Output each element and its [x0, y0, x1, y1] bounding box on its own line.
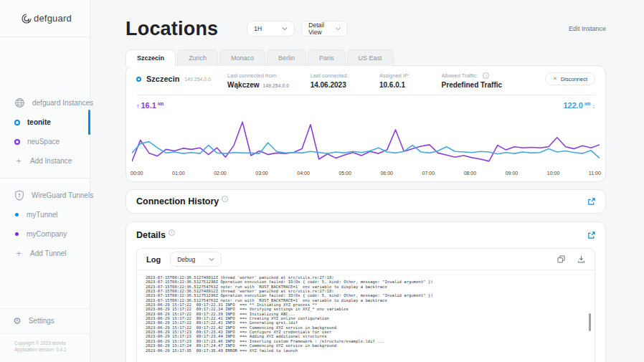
x-tick-label: 11:00 — [589, 171, 601, 176]
line-chart — [132, 117, 600, 168]
log-level-select[interactable]: Debug — [170, 252, 222, 267]
log-title: Log — [146, 255, 161, 264]
app-logo: defguard — [0, 0, 90, 37]
info-icon[interactable]: i — [169, 229, 175, 236]
allowed-traffic-block: Allowed Traffic: i Predefined Traffic — [442, 72, 545, 89]
page-header: Locations 1H Detail View Edit Instance — [126, 17, 606, 40]
disconnect-button[interactable]: ✕ Disconnect — [545, 72, 595, 85]
section-title: Details — [136, 230, 166, 240]
upload-unit: MB — [158, 102, 164, 106]
settings-label: Settings — [29, 317, 55, 325]
add-instance-button[interactable]: + Add Instance — [0, 151, 90, 171]
x-tick-label: 08:00 — [464, 171, 477, 176]
x-tick-label: 02:00 — [214, 171, 227, 176]
plus-icon: + — [14, 156, 23, 166]
log-toolbar: Log Debug — [137, 249, 595, 270]
last-connected-from-value: Wąkczew — [227, 81, 259, 89]
location-name: Szczecin — [146, 75, 179, 83]
assigned-ip-block: Assigned IP: 10.6.0.1 — [379, 72, 442, 89]
traffic-chart — [126, 110, 605, 168]
series-upload — [132, 122, 600, 161]
x-tick-label: 07:00 — [422, 171, 435, 176]
log-level-value: Debug — [177, 256, 195, 263]
disconnect-label: Disconnect — [561, 76, 587, 82]
instance-dot-icon — [14, 139, 20, 145]
sidebar-divider — [0, 178, 90, 178]
x-tick-label: 09:00 — [506, 171, 518, 176]
plus-icon: + — [14, 249, 23, 259]
copy-button[interactable] — [557, 255, 565, 263]
sidebar-item-label: Add Tunnel — [30, 249, 67, 257]
tab-paris[interactable]: Paris — [308, 49, 346, 66]
filters: 1H Detail View — [247, 21, 348, 37]
arrow-up-icon: ↑ — [136, 103, 140, 110]
last-connected-value: 14.06.2023 — [311, 81, 379, 89]
tab-monaco[interactable]: Monaco — [219, 49, 265, 66]
brand-name: defguard — [34, 13, 72, 24]
traffic-stats: ↑ 16.1 MB 122.0 MB ↓ — [126, 95, 605, 110]
sidebar-nav: defguard Instances teonite neuSpace + Ad… — [0, 93, 90, 263]
sidebar-item-teonite[interactable]: teonite — [0, 113, 90, 132]
field-label: Allowed Traffic: — [442, 72, 478, 79]
copy-icon — [557, 255, 565, 263]
sidebar-item-defguard-instances[interactable]: defguard Instances — [0, 93, 90, 113]
sidebar-item-mytunnel[interactable]: myTunnel — [0, 205, 90, 224]
tab-berlin[interactable]: Berlin — [267, 49, 306, 66]
settings-button[interactable]: ⚙ Settings — [0, 308, 90, 334]
details-card: Details i Log Debug — [126, 222, 606, 362]
view-mode-value: Detail View — [308, 22, 336, 36]
log-scrollbar[interactable] — [589, 313, 591, 331]
active-indicator — [88, 110, 90, 135]
chevron-down-icon — [209, 257, 214, 262]
x-tick-label: 10:00 — [547, 171, 560, 176]
add-tunnel-button[interactable]: + Add Tunnel — [0, 244, 90, 263]
upload-total: ↑ 16.1 MB — [136, 101, 164, 110]
location-identity: Szczecin 149.254.0.0 — [136, 72, 227, 83]
tab-szczecin[interactable]: Szczecin — [126, 49, 176, 66]
sidebar-item-mycompany[interactable]: myCompany — [0, 224, 90, 244]
x-tick-label: 01:00 — [172, 171, 185, 176]
info-icon[interactable]: i — [483, 72, 489, 79]
field-label: Last connected: — [311, 72, 379, 79]
sidebar-bottom: ⚙ Settings Copyright © 2023 teonite Appl… — [0, 308, 90, 362]
time-range-select[interactable]: 1H — [247, 21, 295, 37]
tunnel-dot-icon — [15, 232, 19, 236]
tunnel-dot-icon — [15, 213, 19, 216]
view-mode-select[interactable]: Detail View — [301, 21, 348, 37]
expand-button[interactable] — [587, 198, 595, 206]
connection-dot-icon — [136, 77, 141, 82]
info-icon[interactable]: i — [222, 196, 228, 202]
sidebar-item-label: Add Instance — [30, 157, 72, 165]
edit-instance-button[interactable]: Edit Instance — [569, 25, 606, 32]
download-button[interactable] — [577, 255, 585, 263]
tab-zurich[interactable]: Zurich — [177, 49, 218, 66]
last-connected-from-block: Last connected from: Wąkczew 149.254.0.0 — [227, 72, 311, 89]
download-icon — [577, 255, 585, 263]
version-text: Application version: 0.4.1 — [14, 346, 90, 353]
location-info-row: Szczecin 149.254.0.0 Last connected from… — [126, 66, 605, 95]
sidebar-item-label: teonite — [27, 118, 51, 126]
expand-button[interactable] — [587, 232, 595, 239]
chevron-down-icon — [282, 27, 288, 31]
assigned-ip-value: 10.6.0.1 — [379, 81, 442, 89]
x-tick-label: 04:00 — [297, 171, 310, 176]
sidebar-item-neuspace[interactable]: neuSpace — [0, 132, 90, 151]
download-unit: MB — [584, 102, 591, 106]
expand-icon — [587, 232, 595, 239]
tab-us-east[interactable]: US East — [347, 49, 394, 66]
field-label: Assigned IP: — [379, 72, 442, 79]
x-tick-label: 05:00 — [338, 171, 351, 176]
sidebar-item-label: myTunnel — [27, 211, 58, 219]
main-content: Locations 1H Detail View Edit Instance S… — [90, 17, 644, 362]
sidebar-item-label: myCompany — [27, 230, 67, 238]
location-card: Szczecin 149.254.0.0 Last connected from… — [126, 65, 606, 182]
globe-icon — [14, 97, 25, 108]
sidebar-item-label: WireGuard Tunnels — [32, 191, 93, 199]
last-connected-block: Last connected: 14.06.2023 — [311, 72, 379, 89]
log-output: 2023-07-15T08:22:36.512748912Z thread 'w… — [137, 270, 595, 362]
location-tabs: Szczecin Zurich Monaco Berlin Paris US E… — [126, 49, 606, 66]
log-actions — [557, 255, 585, 263]
sidebar-item-wireguard-tunnels[interactable]: WireGuard Tunnels — [0, 186, 90, 205]
section-title: Connection History — [136, 196, 219, 206]
app-footer: Copyright © 2023 teonite Application ver… — [0, 334, 90, 362]
